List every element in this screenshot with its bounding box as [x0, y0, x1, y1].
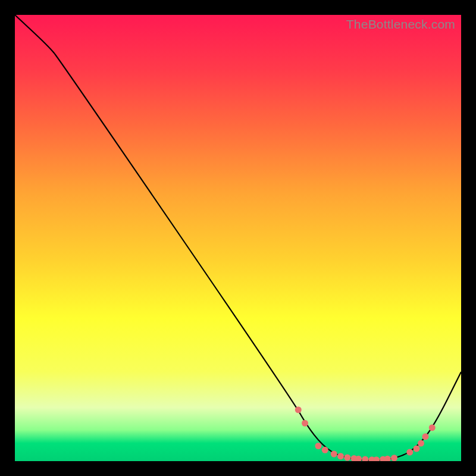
chart-marker — [302, 420, 308, 427]
watermark-text: TheBottleneck.com — [346, 17, 455, 32]
chart-marker — [337, 453, 344, 459]
chart-marker — [344, 455, 350, 461]
chart-marker — [322, 447, 328, 453]
chart-marker — [315, 443, 322, 449]
chart-marker — [406, 449, 413, 456]
chart-canvas — [15, 15, 461, 461]
chart-marker — [422, 433, 429, 440]
chart-marker — [391, 455, 397, 461]
chart-marker — [295, 406, 302, 413]
chart-background — [15, 15, 461, 461]
chart-marker — [418, 440, 424, 447]
chart-marker — [414, 446, 420, 452]
chart-frame: TheBottleneck.com — [15, 15, 461, 461]
chart-marker — [429, 424, 436, 431]
chart-marker — [331, 451, 337, 458]
